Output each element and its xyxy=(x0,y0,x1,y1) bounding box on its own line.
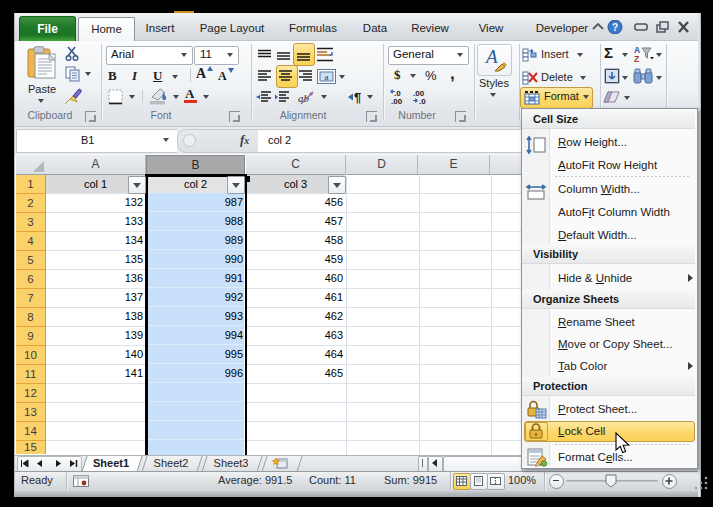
svg-text:¶: ¶ xyxy=(354,90,361,104)
svg-text:Z: Z xyxy=(634,54,639,63)
svg-text:.00: .00 xyxy=(391,97,403,105)
svg-text:?: ? xyxy=(612,22,618,33)
svg-text:.0: .0 xyxy=(419,97,426,105)
svg-text:a: a xyxy=(325,72,329,82)
